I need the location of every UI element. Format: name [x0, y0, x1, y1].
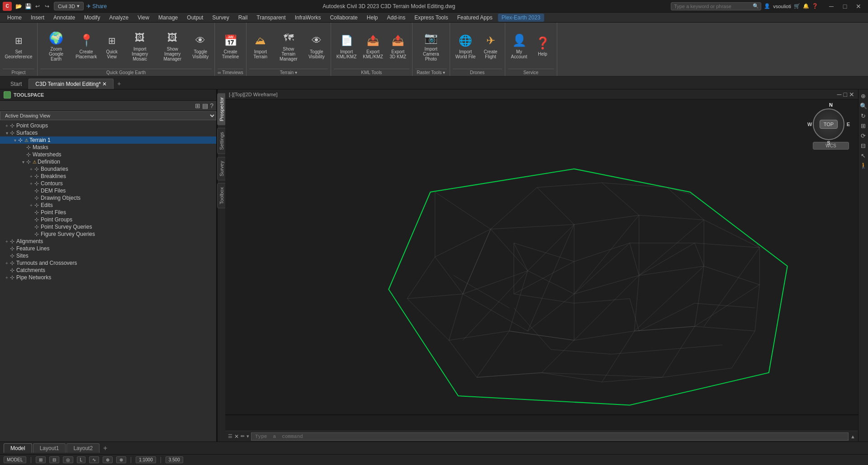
ribbon-btn-create-placemark[interactable]: 📍 CreatePlacemark [73, 32, 100, 61]
toolspace-dropdown[interactable]: Active Drawing View [0, 111, 216, 120]
tree-expand-icon[interactable]: ▾ [4, 131, 10, 136]
tree-item[interactable]: + ⊹ Breaklines [0, 173, 216, 180]
grid-snap-btn[interactable]: ⊞ [36, 456, 46, 463]
ribbon-btn-export-kml[interactable]: 📤 ExportKML/KMZ [360, 32, 385, 61]
viewport-close-btn[interactable]: ✕ [849, 91, 854, 98]
tree-item[interactable]: ⊹ Watersheds [0, 151, 216, 158]
search-input[interactable] [671, 2, 761, 10]
bottom-tab-model[interactable]: Model [4, 443, 32, 453]
snap-btn[interactable]: ⊟ [49, 456, 59, 463]
rt-zoom-btn[interactable]: 🔍 [859, 101, 868, 110]
side-tab-settings[interactable]: Settings [217, 128, 226, 154]
tab-drawing[interactable]: C3D Terrain Model Editing* ✕ [28, 79, 114, 89]
menubar-item-survey[interactable]: Survey [209, 14, 232, 22]
tree-item[interactable]: ▾ ⊹ ⚠ Terrain 1 [0, 136, 216, 144]
toolspace-help-btn[interactable]: ? [210, 102, 213, 109]
tree-item[interactable]: ⊹ Figure Survey Queries [0, 230, 216, 238]
ribbon-btn-create-timeline[interactable]: 📅 CreateTimeline [219, 32, 242, 61]
tree-item[interactable]: ⊹ Catchments [0, 267, 216, 274]
bottom-tab-add-btn[interactable]: + [100, 444, 110, 452]
side-tab-toolbox[interactable]: Toolbox [217, 183, 226, 208]
menubar-item-add-ins[interactable]: Add-ins [383, 14, 409, 22]
side-tab-prospector[interactable]: Prospector [217, 93, 226, 125]
bottom-tab-layout2[interactable]: Layout2 [66, 443, 100, 453]
menubar-item-plex-earth-2023[interactable]: Plex-Earth 2023 [498, 14, 544, 22]
menubar-item-insert[interactable]: Insert [27, 14, 48, 22]
close-btn[interactable]: ✕ [852, 0, 865, 13]
side-tab-survey[interactable]: Survey [217, 157, 226, 180]
open-btn[interactable]: 📂 [14, 2, 23, 10]
ribbon-btn-set-georeference[interactable]: ⊞ SetGeoreference [3, 32, 34, 61]
menubar-item-transparent[interactable]: Transparent [253, 14, 289, 22]
tab-start[interactable]: Start [4, 79, 28, 89]
help-icon[interactable]: ❓ [812, 3, 818, 9]
workspace-dropdown[interactable]: Civil 3D ▾ [54, 2, 84, 10]
bell-icon[interactable]: 🔔 [803, 3, 809, 9]
menubar-item-manage[interactable]: Manage [155, 14, 181, 22]
menubar-item-infraworks[interactable]: InfraWorks [291, 14, 325, 22]
viewport-minimize-btn[interactable]: ─ [837, 91, 842, 98]
rt-orbit-btn[interactable]: ↻ [859, 111, 868, 120]
menubar-item-collaborate[interactable]: Collaborate [326, 14, 361, 22]
cmd-expand-icon[interactable]: ▲ [850, 434, 855, 439]
ribbon-btn-import-imagery[interactable]: 🖼 Import ImageryMosaic [124, 29, 156, 63]
tree-item[interactable]: + ⊹ Boundaries [0, 165, 216, 173]
tree-item[interactable]: + ⊹ Alignments [0, 238, 216, 245]
menubar-item-home[interactable]: Home [4, 14, 25, 22]
viewport[interactable]: .mesh-line { stroke: #666; stroke-width:… [225, 99, 858, 414]
rt-section-btn[interactable]: ⊟ [859, 141, 868, 150]
cart-icon[interactable]: 🛒 [794, 3, 800, 9]
tree-item[interactable]: + ⊹ Pipe Networks [0, 274, 216, 281]
tree-item[interactable]: ⊹ Masks [0, 144, 216, 151]
tree-item[interactable]: ⊹ Drawing Objects [0, 194, 216, 202]
tree-item[interactable]: ▾ ⊹ ⚠ Definition [0, 158, 216, 165]
dyn-btn[interactable]: ⊗ [116, 456, 126, 463]
polar-btn[interactable]: ◎ [63, 456, 73, 463]
ribbon-btn-quick-view[interactable]: ⊞ QuickView [100, 32, 123, 61]
save-btn[interactable]: 💾 [24, 2, 32, 10]
menubar-item-rail[interactable]: Rail [235, 14, 251, 22]
tree-expand-icon[interactable]: ▾ [20, 160, 26, 164]
tree-expand-icon[interactable]: + [28, 181, 34, 186]
ribbon-btn-import-world-file[interactable]: 🌐 ImportWorld File [453, 32, 479, 61]
menubar-item-express-tools[interactable]: Express Tools [411, 14, 451, 22]
tree-item[interactable]: ⊹ DEM Files [0, 187, 216, 194]
scale-label[interactable]: 1:1000 [136, 456, 156, 463]
menubar-item-analyze[interactable]: Analyze [105, 14, 132, 22]
cmd-input[interactable] [251, 432, 849, 441]
compass-top-btn[interactable]: TOP [820, 120, 838, 129]
rt-select-btn[interactable]: ↖ [859, 151, 868, 160]
rt-rotate-btn[interactable]: ⟳ [859, 131, 868, 140]
maximize-btn[interactable]: □ [838, 0, 852, 13]
menubar-item-help[interactable]: Help [363, 14, 382, 22]
tree-expand-icon[interactable]: + [4, 275, 10, 280]
tree-item[interactable]: + ⊹ Turnouts and Crossovers [0, 259, 216, 267]
ribbon-btn-toggle-visibility[interactable]: 👁 ToggleVisibility [189, 32, 212, 61]
tree-expand-icon[interactable]: ▾ [12, 138, 18, 143]
tree-item[interactable]: + ⊹ Point Groups [0, 122, 216, 129]
ortho-btn[interactable]: L [77, 456, 86, 463]
tree-expand-icon[interactable]: + [4, 123, 10, 128]
ribbon-btn-show-imagery[interactable]: 🖼 Show ImageryManager [157, 29, 188, 63]
rt-extents-btn[interactable]: ⊞ [859, 121, 868, 130]
otrack-btn[interactable]: ⊕ [103, 456, 113, 463]
tree-item[interactable]: ⊹ Point Files [0, 209, 216, 216]
tree-expand-icon[interactable]: + [4, 261, 10, 266]
ribbon-btn-import-camera[interactable]: 📷 ImportCamera Photo [415, 29, 447, 63]
ribbon-btn-create-flight[interactable]: ✈ CreateFlight [479, 32, 502, 61]
tree-item[interactable]: + ⊹ Edits [0, 202, 216, 209]
tree-item[interactable]: ⊹ Feature Lines [0, 245, 216, 252]
tree-item[interactable]: ▾ ⊹ Surfaces [0, 129, 216, 136]
ribbon-btn-show-terrain[interactable]: 🗺 Show TerrainManager [273, 29, 304, 63]
tree-expand-icon[interactable]: + [28, 203, 34, 208]
tree-expand-icon[interactable]: + [4, 239, 10, 244]
share-btn[interactable]: ✈ Share [86, 3, 107, 9]
ribbon-btn-zoom-google-earth[interactable]: 🌍 ZoomGoogle Earth [40, 29, 72, 63]
minimize-btn[interactable]: ─ [825, 0, 838, 13]
ribbon-btn-toggle-terrain-vis[interactable]: 👁 ToggleVisibility [305, 32, 328, 61]
undo-btn[interactable]: ↩ [33, 2, 42, 10]
viewport-maximize-btn[interactable]: □ [844, 91, 847, 98]
menubar-item-modify[interactable]: Modify [81, 14, 104, 22]
menubar-item-output[interactable]: Output [183, 14, 207, 22]
tree-item[interactable]: ⊹ Point Groups [0, 216, 216, 223]
